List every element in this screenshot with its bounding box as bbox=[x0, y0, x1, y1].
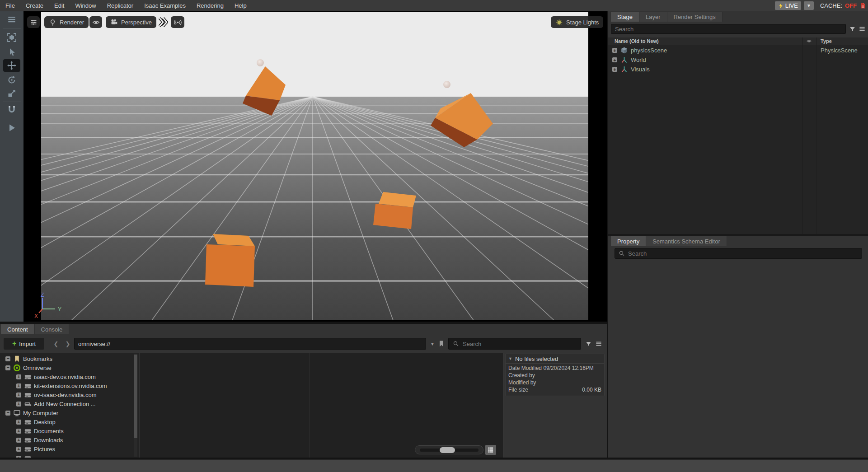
menu-help[interactable]: Help bbox=[229, 0, 252, 11]
tree-item-omniverse[interactable]: Omniverse bbox=[5, 363, 52, 372]
select-tool[interactable] bbox=[3, 46, 20, 58]
server-add-icon bbox=[24, 400, 32, 408]
magnifier-icon bbox=[453, 341, 459, 347]
stage-row-physicsscene[interactable]: physicsScene PhysicsScene bbox=[608, 46, 868, 55]
rotate-tool[interactable] bbox=[3, 74, 20, 86]
column-type[interactable]: Type bbox=[821, 38, 832, 44]
lightbulb-icon bbox=[49, 19, 56, 26]
capture-button[interactable] bbox=[171, 16, 184, 28]
tab-semantics-schema-editor[interactable]: Semantics Schema Editor bbox=[646, 236, 727, 246]
bookmark-path-icon[interactable] bbox=[438, 340, 445, 348]
expand-icon[interactable] bbox=[16, 402, 21, 407]
tab-render-settings[interactable]: Render Settings bbox=[667, 12, 723, 22]
tab-stage[interactable]: Stage bbox=[611, 12, 639, 22]
content-filter-button[interactable] bbox=[584, 340, 593, 348]
omniverse-logo-icon bbox=[13, 364, 21, 372]
expand-icon[interactable] bbox=[612, 57, 617, 62]
menu-rendering[interactable]: Rendering bbox=[191, 0, 229, 11]
expand-icon[interactable] bbox=[16, 456, 21, 458]
snap-tool[interactable] bbox=[3, 103, 20, 116]
menu-replicator[interactable]: Replicator bbox=[102, 0, 139, 11]
slider-handle[interactable] bbox=[440, 447, 455, 453]
expand-icon[interactable] bbox=[16, 420, 21, 425]
viewport[interactable]: Renderer Perspective Stage Lights Z Y X bbox=[23, 11, 607, 322]
tree-item-isaac-dev[interactable]: isaac-dev.ov.nvidia.com bbox=[16, 372, 96, 381]
tree-scrollbar[interactable] bbox=[134, 354, 137, 457]
tree-item-bookmarks[interactable]: Bookmarks bbox=[5, 354, 52, 363]
content-options-button[interactable] bbox=[594, 340, 603, 348]
live-sync-button[interactable]: LIVE bbox=[775, 1, 801, 10]
tree-item-downloads[interactable]: Downloads bbox=[16, 435, 63, 444]
grid-icon bbox=[487, 446, 494, 453]
tree-item-partial[interactable] bbox=[16, 453, 34, 458]
scrollbar-thumb[interactable] bbox=[134, 355, 137, 438]
collapse-icon[interactable] bbox=[5, 411, 10, 416]
forward-button[interactable]: ❯ bbox=[63, 338, 72, 350]
expand-icon[interactable] bbox=[16, 429, 21, 434]
tree-item-pictures[interactable]: Pictures bbox=[16, 444, 55, 453]
menu-isaac-examples[interactable]: Isaac Examples bbox=[139, 0, 191, 11]
menu-edit[interactable]: Edit bbox=[49, 0, 70, 11]
hamburger-icon bbox=[7, 14, 17, 24]
tree-item-my-computer[interactable]: My Computer bbox=[5, 408, 58, 417]
stage-row-world[interactable]: World bbox=[608, 55, 868, 65]
expand-icon[interactable] bbox=[612, 48, 617, 53]
property-search[interactable] bbox=[615, 248, 862, 259]
tab-content[interactable]: Content bbox=[1, 324, 35, 334]
stage-search-input[interactable] bbox=[611, 24, 846, 34]
tree-item-desktop[interactable]: Desktop bbox=[16, 417, 56, 426]
column-name[interactable]: Name (Old to New) bbox=[615, 38, 659, 44]
scale-tool[interactable] bbox=[3, 87, 20, 100]
expand-toolbar-button[interactable] bbox=[158, 16, 168, 28]
expand-icon[interactable] bbox=[612, 67, 617, 72]
property-search-input[interactable] bbox=[628, 249, 858, 258]
cache-status: OFF bbox=[845, 2, 857, 9]
main-menu-button[interactable] bbox=[3, 13, 20, 26]
content-browser: Content Console + Import ❮ ❯ ▼ Bookmarks bbox=[0, 324, 607, 458]
file-grid-area[interactable] bbox=[140, 353, 503, 458]
path-input[interactable] bbox=[74, 338, 426, 350]
stage-row-visuals[interactable]: Visuals bbox=[608, 65, 868, 74]
tab-property[interactable]: Property bbox=[611, 236, 646, 246]
collapse-icon[interactable] bbox=[5, 356, 10, 361]
drive-icon bbox=[24, 427, 32, 435]
visibility-button[interactable] bbox=[89, 16, 102, 28]
play-button[interactable] bbox=[3, 122, 20, 134]
details-header[interactable]: ▼ No files selected bbox=[506, 354, 604, 364]
expand-icon[interactable] bbox=[16, 374, 21, 379]
expand-icon[interactable] bbox=[16, 393, 21, 397]
drive-icon bbox=[24, 445, 32, 453]
content-search[interactable] bbox=[448, 338, 581, 350]
tab-console[interactable]: Console bbox=[35, 324, 70, 334]
viewport-settings-button[interactable] bbox=[27, 16, 40, 28]
renderer-button[interactable]: Renderer bbox=[44, 16, 89, 28]
tree-item-add-new-connection[interactable]: Add New Connection ... bbox=[16, 399, 96, 408]
collapse-icon[interactable] bbox=[5, 365, 10, 370]
visibility-column-icon[interactable] bbox=[806, 38, 812, 44]
menu-file[interactable]: File bbox=[0, 0, 20, 11]
expand-icon[interactable] bbox=[16, 447, 21, 452]
camera-button[interactable]: Perspective bbox=[106, 16, 156, 28]
path-dropdown-button[interactable]: ▼ bbox=[428, 340, 436, 348]
import-button[interactable]: + Import bbox=[4, 338, 44, 350]
stage-lights-button[interactable]: Stage Lights bbox=[551, 16, 603, 28]
menu-create[interactable]: Create bbox=[20, 0, 49, 11]
thumbnail-size-slider[interactable] bbox=[415, 445, 483, 454]
stage-options-button[interactable] bbox=[858, 25, 867, 33]
tab-layer[interactable]: Layer bbox=[639, 12, 667, 22]
live-dropdown-button[interactable]: ▼ bbox=[804, 1, 814, 10]
expand-icon[interactable] bbox=[16, 383, 21, 388]
stage-filter-button[interactable] bbox=[848, 25, 857, 33]
tree-item-documents[interactable]: Documents bbox=[16, 426, 64, 435]
magnifier-icon bbox=[619, 250, 625, 257]
move-tool[interactable] bbox=[3, 59, 20, 72]
content-search-input[interactable] bbox=[463, 339, 577, 348]
grid-view-button[interactable] bbox=[485, 445, 496, 455]
tree-item-kit-extensions[interactable]: kit-extensions.ov.nvidia.com bbox=[16, 381, 107, 390]
cache-document-icon[interactable] bbox=[859, 2, 866, 9]
expand-icon[interactable] bbox=[16, 438, 21, 443]
frame-selection-tool[interactable] bbox=[3, 31, 20, 44]
menu-window[interactable]: Window bbox=[70, 0, 101, 11]
back-button[interactable]: ❮ bbox=[52, 338, 61, 350]
tree-item-ov-isaac-dev[interactable]: ov-isaac-dev.nvidia.com bbox=[16, 390, 96, 399]
